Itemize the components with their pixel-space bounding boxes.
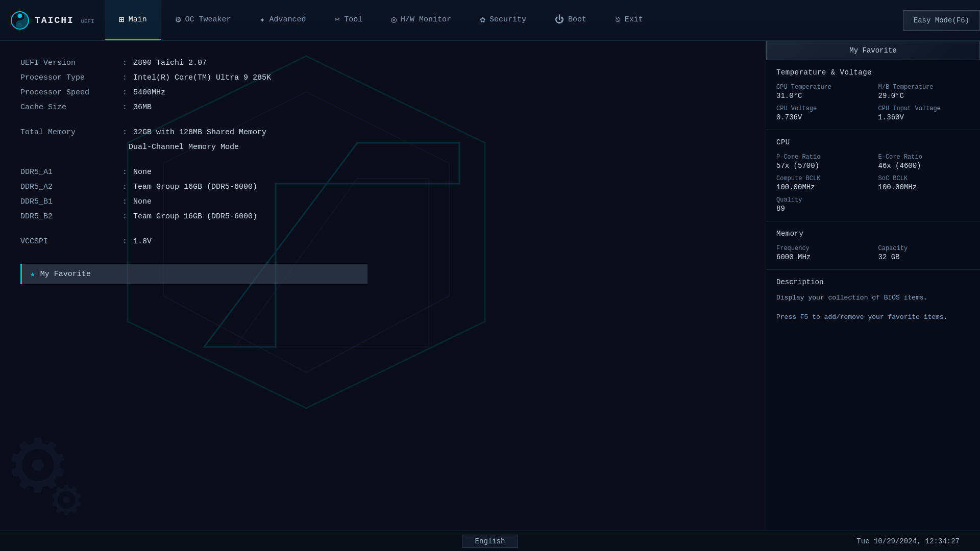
processor-speed-value: 5400MHz (133, 86, 165, 99)
p-core-ratio-value: 57x (5700) (776, 162, 868, 170)
uefi-version-row: UEFI Version : Z890 Taichi 2.07 (20, 56, 337, 70)
compute-bclk-item: Compute BCLK 100.00MHz (776, 175, 868, 191)
p-core-ratio-label: P-Core Ratio (776, 154, 868, 161)
total-memory-value: 32GB with 128MB Shared Memory (133, 126, 266, 139)
description-section: Description Display your collection of B… (766, 270, 980, 531)
memory-title: Memory (776, 230, 970, 238)
soc-bclk-label: SoC BCLK (878, 175, 970, 182)
memory-grid: Frequency 6000 MHz Capacity 32 GB (776, 245, 970, 261)
mb-temp-item: M/B Temperature 29.0°C (878, 84, 970, 100)
tool-icon: ✂ (334, 14, 340, 25)
ddr5-b1-value: None (133, 195, 152, 209)
tab-hw-monitor-label: H/W Monitor (401, 15, 451, 24)
ddr5-b1-label: DDR5_B1 (20, 195, 122, 209)
ddr5-a1-value: None (133, 165, 152, 179)
center-background (357, 41, 766, 531)
cpu-input-voltage-value: 1.360V (878, 113, 970, 121)
total-memory-row: Total Memory : 32GB with 128MB Shared Me… (20, 126, 337, 139)
boot-icon: ⏻ (555, 14, 564, 25)
oc-tweaker-icon: ⚙ (176, 14, 181, 25)
cpu-voltage-label: CPU Voltage (776, 105, 868, 112)
quality-value: 89 (776, 205, 970, 213)
uefi-version-value: Z890 Taichi 2.07 (133, 56, 207, 70)
svg-point-5 (18, 13, 22, 18)
ddr5-a2-row: DDR5_A2 : Team Group 16GB (DDR5-6000) (20, 180, 337, 194)
hw-monitor-icon: ◎ (391, 14, 397, 25)
compute-bclk-value: 100.00MHz (776, 183, 868, 191)
description-title: Description (776, 278, 970, 286)
ddr5-b2-value: Team Group 16GB (DDR5-6000) (133, 210, 257, 223)
tab-oc-tweaker-label: OC Tweaker (185, 15, 231, 24)
tab-oc-tweaker[interactable]: ⚙ OC Tweaker (161, 0, 246, 40)
tab-exit-label: Exit (625, 15, 643, 24)
language-selector[interactable]: English (462, 535, 518, 548)
my-favorite-item[interactable]: ★ My Favorite (20, 264, 368, 284)
status-bar: English Tue 10/29/2024, 12:34:27 (0, 531, 980, 551)
capacity-value: 32 GB (878, 253, 970, 261)
e-core-ratio-value: 46x (4600) (878, 162, 970, 170)
tab-exit[interactable]: ⎋ Exit (601, 0, 657, 40)
processor-type-label: Processor Type (20, 71, 122, 85)
capacity-label: Capacity (878, 245, 970, 252)
temp-voltage-title: Temperature & Voltage (776, 68, 970, 77)
vccspi-row: VCCSPI : 1.8V (20, 235, 337, 248)
frequency-item: Frequency 6000 MHz (776, 245, 868, 261)
system-info-table: UEFI Version : Z890 Taichi 2.07 Processo… (20, 56, 337, 248)
ddr5-a1-label: DDR5_A1 (20, 165, 122, 179)
processor-type-row: Processor Type : Intel(R) Core(TM) Ultra… (20, 71, 337, 85)
frequency-label: Frequency (776, 245, 868, 252)
my-favorite-button[interactable]: My Favorite (766, 41, 980, 60)
main-content: UEFI Version : Z890 Taichi 2.07 Processo… (0, 41, 980, 531)
capacity-item: Capacity 32 GB (878, 245, 970, 261)
tab-security[interactable]: ✿ Security (465, 0, 541, 40)
cpu-grid: P-Core Ratio 57x (5700) E-Core Ratio 46x… (776, 154, 970, 191)
ddr5-b2-row: DDR5_B2 : Team Group 16GB (DDR5-6000) (20, 210, 337, 223)
cpu-title: CPU (776, 138, 970, 146)
logo-sub: UEFI (81, 18, 94, 24)
tab-advanced[interactable]: ✦ Advanced (246, 0, 321, 40)
vccspi-label: VCCSPI (20, 235, 122, 248)
processor-speed-label: Processor Speed (20, 86, 122, 99)
nav-tabs: ⊞ Main ⚙ OC Tweaker ✦ Advanced ✂ Tool ◎ … (105, 0, 903, 40)
ddr5-a2-label: DDR5_A2 (20, 180, 122, 194)
temp-voltage-section: Temperature & Voltage CPU Temperature 31… (766, 60, 980, 130)
processor-type-value: Intel(R) Core(TM) Ultra 9 285K (133, 71, 271, 85)
ddr5-b2-label: DDR5_B2 (20, 210, 122, 223)
cpu-voltage-value: 0.736V (776, 113, 868, 121)
frequency-value: 6000 MHz (776, 253, 868, 261)
cpu-temp-label: CPU Temperature (776, 84, 868, 91)
cpu-input-voltage-label: CPU Input Voltage (878, 105, 970, 112)
total-memory-label: Total Memory (20, 126, 122, 139)
uefi-version-label: UEFI Version (20, 56, 122, 70)
e-core-ratio-label: E-Core Ratio (878, 154, 970, 161)
datetime-display: Tue 10/29/2024, 12:34:27 (856, 537, 960, 545)
left-panel: UEFI Version : Z890 Taichi 2.07 Processo… (0, 41, 357, 531)
e-core-ratio-item: E-Core Ratio 46x (4600) (878, 154, 970, 170)
mb-temp-label: M/B Temperature (878, 84, 970, 91)
description-text1: Display your collection of BIOS items. (776, 292, 970, 304)
mb-temp-value: 29.0°C (878, 92, 970, 100)
tab-tool[interactable]: ✂ Tool (320, 0, 377, 40)
cpu-section: CPU P-Core Ratio 57x (5700) E-Core Ratio… (766, 130, 980, 221)
tab-boot-label: Boot (568, 15, 586, 24)
tab-main[interactable]: ⊞ Main (105, 0, 161, 40)
quality-label: Quality (776, 196, 970, 204)
favorite-star-icon: ★ (30, 269, 35, 279)
vccspi-value: 1.8V (133, 235, 152, 248)
ddr5-a1-row: DDR5_A1 : None (20, 165, 337, 179)
tab-hw-monitor[interactable]: ◎ H/W Monitor (377, 0, 465, 40)
easy-mode-button[interactable]: Easy Mode(F6) (903, 10, 980, 31)
logo-area: TAICHI UEFI (0, 11, 105, 30)
soc-bclk-value: 100.00MHz (878, 183, 970, 191)
favorite-label: My Favorite (40, 270, 91, 279)
ddr5-b1-row: DDR5_B1 : None (20, 195, 337, 209)
main-icon: ⊞ (119, 14, 125, 25)
header: TAICHI UEFI ⊞ Main ⚙ OC Tweaker ✦ Advanc… (0, 0, 980, 41)
tab-boot[interactable]: ⏻ Boot (541, 0, 601, 40)
processor-speed-row: Processor Speed : 5400MHz (20, 86, 337, 99)
cpu-temp-item: CPU Temperature 31.0°C (776, 84, 868, 100)
memory-section: Memory Frequency 6000 MHz Capacity 32 GB (766, 221, 980, 270)
tab-main-label: Main (129, 15, 147, 24)
right-panel: My Favorite Temperature & Voltage CPU Te… (766, 41, 980, 531)
tab-advanced-label: Advanced (269, 15, 306, 24)
